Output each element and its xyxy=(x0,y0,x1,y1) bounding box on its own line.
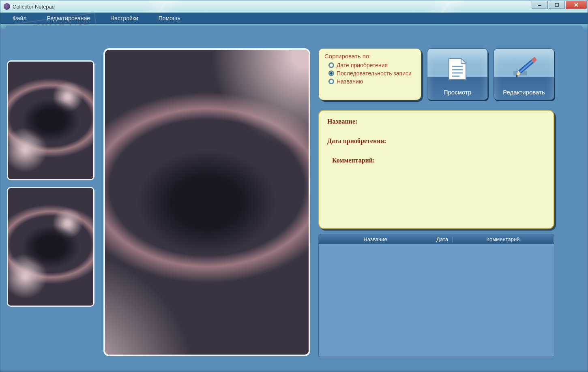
sort-option-name[interactable]: Названию xyxy=(328,78,415,85)
document-icon xyxy=(446,57,468,81)
sort-option-sequence[interactable]: Последовательность записи xyxy=(328,70,415,77)
svg-rect-1 xyxy=(555,3,558,6)
records-table: Название Дата Комментарий xyxy=(318,234,554,357)
table-body[interactable] xyxy=(319,244,554,356)
window-title: Collector Notepad xyxy=(13,4,55,10)
close-icon xyxy=(574,3,579,7)
edit-button[interactable]: Редактировать xyxy=(494,48,554,100)
maximize-icon xyxy=(555,3,559,7)
sort-panel: Сортировать по: Дате приобретения Послед… xyxy=(318,48,421,100)
titlebar-stripe xyxy=(427,0,466,13)
column-header-date[interactable]: Дата xyxy=(432,236,453,242)
edit-button-label: Редактировать xyxy=(503,89,545,96)
sort-header: Сортировать по: xyxy=(324,53,415,60)
client-area: Сортировать по: Дате приобретения Послед… xyxy=(5,26,583,367)
menu-settings[interactable]: Настройки xyxy=(110,15,138,21)
view-button[interactable]: Просмотр xyxy=(427,48,488,100)
menu-help[interactable]: Помощь xyxy=(159,15,180,21)
radio-icon xyxy=(328,79,334,84)
thumbnail-list xyxy=(7,60,94,307)
thumbnail-item[interactable] xyxy=(7,60,94,180)
column-header-name[interactable]: Название xyxy=(319,236,432,242)
detail-date-label: Дата приобретения: xyxy=(327,137,545,145)
sort-option-label: Дате приобретения xyxy=(337,62,388,68)
svg-line-13 xyxy=(520,61,533,72)
app-window: Collector Notepad Файл Редактирование На… xyxy=(0,0,588,372)
titlebar[interactable]: Collector Notepad xyxy=(0,0,588,13)
menubar: Файл Редактирование Настройки Помощь xyxy=(0,13,588,24)
thumbnail-item[interactable] xyxy=(7,187,94,307)
detail-comment-label: Комментарий: xyxy=(332,157,545,164)
app-icon xyxy=(4,3,10,10)
maximize-button[interactable] xyxy=(549,1,565,9)
titlebar-stripe xyxy=(143,0,182,13)
sort-option-label: Названию xyxy=(337,78,363,85)
menu-edit[interactable]: Редактирование xyxy=(47,15,90,21)
menu-file[interactable]: Файл xyxy=(13,15,26,21)
pencil-icon xyxy=(511,56,537,82)
minimize-icon xyxy=(538,3,542,7)
detail-name-label: Название: xyxy=(327,118,545,125)
sort-option-date[interactable]: Дате приобретения xyxy=(328,62,415,68)
close-button[interactable] xyxy=(566,1,587,9)
view-button-label: Просмотр xyxy=(444,89,472,96)
table-header: Название Дата Комментарий xyxy=(319,234,554,244)
minimize-button[interactable] xyxy=(532,1,548,9)
details-panel: Название: Дата приобретения: Комментарий… xyxy=(318,110,554,229)
sort-option-label: Последовательность записи xyxy=(337,70,412,77)
column-header-comment[interactable]: Комментарий xyxy=(453,236,554,242)
radio-icon xyxy=(328,62,334,68)
radio-icon xyxy=(328,71,334,76)
main-preview[interactable] xyxy=(103,48,310,356)
